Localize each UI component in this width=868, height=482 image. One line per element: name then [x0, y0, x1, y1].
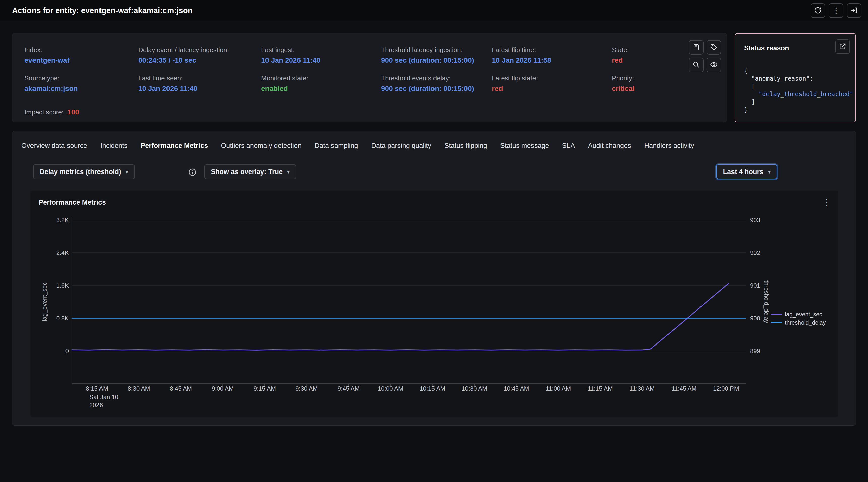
- svg-text:10:45 AM: 10:45 AM: [503, 385, 529, 392]
- tab-overview-data-source[interactable]: Overview data source: [22, 142, 87, 150]
- svg-text:899: 899: [750, 348, 760, 354]
- field-label: Latest flip time:: [492, 46, 551, 54]
- svg-text:3.2K: 3.2K: [56, 217, 69, 223]
- external-link-icon: [839, 42, 846, 51]
- chevron-down-icon: ▾: [287, 169, 290, 175]
- exit-button[interactable]: [847, 3, 862, 18]
- metric-select-label: Delay metrics (threshold): [39, 168, 121, 176]
- svg-text:903: 903: [750, 217, 760, 223]
- chevron-down-icon: ▾: [126, 169, 128, 175]
- field-label: Index:: [25, 46, 69, 54]
- svg-text:lag_event_sec: lag_event_sec: [785, 311, 822, 318]
- performance-metrics-panel: Performance Metrics ⋮ 3.2K9032.4K9021.6K…: [30, 191, 838, 417]
- svg-text:2026: 2026: [89, 401, 103, 409]
- refresh-button[interactable]: [811, 3, 825, 18]
- field-label: Threshold latency ingestion:: [381, 46, 474, 54]
- tab-status-message[interactable]: Status message: [500, 142, 549, 150]
- metric-select-dropdown[interactable]: Delay metrics (threshold) ▾: [33, 164, 135, 179]
- field-value: eventgen-waf: [25, 56, 69, 64]
- svg-text:10:00 AM: 10:00 AM: [378, 385, 403, 392]
- svg-text:9:45 AM: 9:45 AM: [338, 385, 360, 392]
- field-value: 900 sec (duration: 00:15:00): [381, 85, 474, 93]
- tab-data-sampling[interactable]: Data sampling: [315, 142, 358, 150]
- svg-text:8:30 AM: 8:30 AM: [128, 385, 150, 392]
- field-delay-latency: Delay event / latency ingestion: 00:24:3…: [138, 46, 229, 64]
- tab-data-parsing-quality[interactable]: Data parsing quality: [371, 142, 432, 150]
- legend-item-threshold_delay[interactable]: threshold_delay: [771, 319, 826, 326]
- field-value: 900 sec (duration: 00:15:00): [381, 56, 474, 64]
- field-value: 10 Jan 2026 11:40: [261, 56, 320, 64]
- kebab-icon: ⋮: [823, 197, 831, 207]
- json-line: ]: [744, 98, 853, 106]
- tab-status-flipping[interactable]: Status flipping: [444, 142, 487, 150]
- field-label: Sourcetype:: [25, 74, 78, 82]
- field-last-ingest: Last ingest: 10 Jan 2026 11:40: [261, 46, 320, 64]
- svg-text:threshold_delay: threshold_delay: [785, 319, 826, 326]
- json-line: "anomaly_reason":: [744, 75, 853, 83]
- tags-button[interactable]: [707, 40, 721, 55]
- json-line: [: [744, 83, 853, 90]
- svg-text:9:30 AM: 9:30 AM: [296, 385, 318, 392]
- svg-text:12:00 PM: 12:00 PM: [713, 385, 739, 392]
- watch-button[interactable]: [707, 58, 721, 72]
- topbar-actions: ⋮: [811, 3, 862, 18]
- tab-handlers-activity[interactable]: Handlers activity: [644, 142, 694, 150]
- field-label: State:: [612, 46, 629, 54]
- field-label: Priority:: [612, 74, 634, 82]
- svg-text:900: 900: [750, 315, 760, 322]
- svg-text:901: 901: [750, 282, 760, 289]
- svg-text:1.6K: 1.6K: [56, 282, 69, 289]
- tab-audit-changes[interactable]: Audit changes: [588, 142, 631, 150]
- performance-metrics-chart: 3.2K9032.4K9021.6K9010.8K90008998:15 AMS…: [34, 210, 835, 414]
- report-button[interactable]: [689, 40, 704, 55]
- svg-text:0.8K: 0.8K: [56, 315, 69, 322]
- svg-text:10:30 AM: 10:30 AM: [462, 385, 487, 392]
- search-button[interactable]: [689, 58, 704, 72]
- exit-icon: [850, 6, 858, 15]
- overlay-select-dropdown[interactable]: Show as overlay: True ▾: [204, 164, 296, 179]
- status-reason-title: Status reason: [744, 44, 789, 52]
- svg-text:11:00 AM: 11:00 AM: [546, 385, 571, 392]
- open-status-reason-button[interactable]: [835, 39, 850, 54]
- tab-incidents[interactable]: Incidents: [100, 142, 127, 150]
- svg-text:11:30 AM: 11:30 AM: [630, 385, 655, 392]
- svg-text:Sat Jan 10: Sat Jan 10: [89, 394, 118, 400]
- entity-details-card: Overview data source Incidents Performan…: [12, 131, 856, 426]
- field-value: enabled: [261, 85, 308, 93]
- page-title: Actions for entity: eventgen-waf:akamai:…: [12, 6, 193, 15]
- svg-text:11:45 AM: 11:45 AM: [672, 385, 697, 392]
- tag-icon: [710, 43, 718, 52]
- chevron-down-icon: ▾: [768, 169, 771, 175]
- field-value: 10 Jan 2026 11:40: [138, 85, 197, 93]
- search-icon: [692, 61, 700, 69]
- tab-outliers-anomaly-detection[interactable]: Outliers anomaly detection: [221, 142, 302, 150]
- field-latest-flip-time: Latest flip time: 10 Jan 2026 11:58: [492, 46, 551, 64]
- time-range-dropdown[interactable]: Last 4 hours ▾: [716, 164, 777, 179]
- legend-item-lag_event_sec[interactable]: lag_event_sec: [771, 311, 822, 318]
- field-label: Threshold events delay:: [381, 74, 474, 82]
- field-value: akamai:cm:json: [25, 85, 78, 93]
- status-reason-json: { "anomaly_reason": [ "delay_threshold_b…: [744, 67, 853, 114]
- clipboard-icon: [692, 43, 700, 52]
- field-value: red: [492, 85, 538, 93]
- field-threshold-events-delay: Threshold events delay: 900 sec (duratio…: [381, 74, 474, 93]
- field-index: Index: eventgen-waf: [25, 46, 69, 64]
- field-latest-flip-state: Latest flip state: red: [492, 74, 538, 93]
- field-label: Delay event / latency ingestion:: [138, 46, 229, 54]
- field-value: red: [612, 56, 629, 64]
- field-sourcetype: Sourcetype: akamai:cm:json: [25, 74, 78, 93]
- time-range-label: Last 4 hours: [723, 168, 764, 176]
- tab-sla[interactable]: SLA: [562, 142, 575, 150]
- info-icon[interactable]: [188, 168, 197, 176]
- field-priority: Priority: critical: [612, 74, 634, 93]
- more-actions-button[interactable]: ⋮: [829, 3, 843, 18]
- svg-text:lag_event_sec: lag_event_sec: [41, 282, 48, 321]
- svg-text:0: 0: [65, 348, 69, 354]
- json-line: }: [744, 106, 853, 114]
- topbar: Actions for entity: eventgen-waf:akamai:…: [0, 0, 868, 21]
- svg-text:8:15 AM: 8:15 AM: [86, 385, 108, 392]
- tab-performance-metrics[interactable]: Performance Metrics: [141, 142, 208, 150]
- chart-menu-button[interactable]: ⋮: [821, 196, 833, 208]
- svg-text:902: 902: [750, 249, 760, 256]
- field-monitored-state: Monitored state: enabled: [261, 74, 308, 93]
